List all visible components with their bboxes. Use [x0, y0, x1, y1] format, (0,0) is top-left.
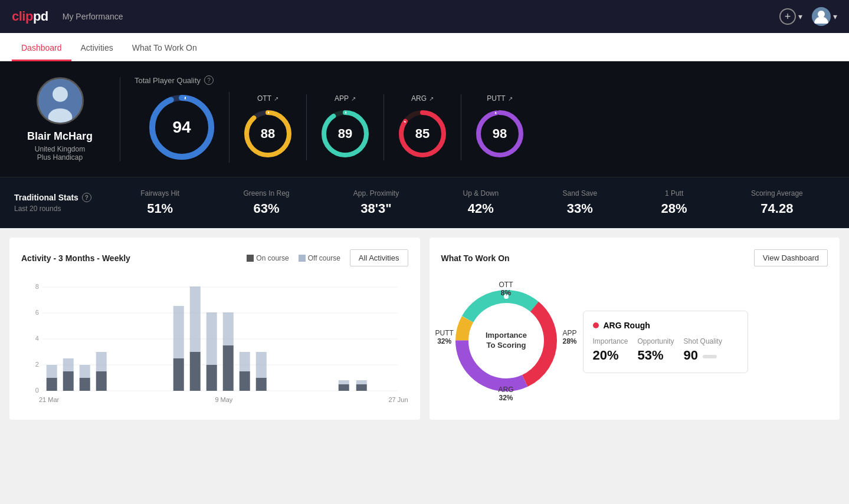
arg-donut-label: ARG 32% [498, 386, 513, 402]
svg-rect-42 [190, 286, 201, 352]
stat-scoring: Scoring Average 74.28 [751, 189, 803, 216]
stat-sandsave-value: 33% [563, 201, 598, 216]
player-handicap: Plus Handicap [37, 153, 83, 162]
work-card-title: ARG Rough [593, 321, 738, 330]
chevron-down-icon: ▾ [798, 12, 802, 21]
arg-label: ARG ↗ [411, 94, 434, 103]
svg-rect-31 [47, 378, 57, 391]
tab-what-to-work-on[interactable]: What To Work On [123, 36, 206, 61]
chart-legend: On course Off course [247, 254, 340, 262]
ott-gauge: 88 [241, 107, 294, 160]
stat-scoring-label: Scoring Average [751, 189, 803, 197]
stat-updown: Up & Down 42% [463, 189, 499, 216]
svg-text:4: 4 [35, 335, 39, 342]
app-gauge-value: 89 [338, 126, 352, 141]
ott-gauge-value: 88 [261, 126, 275, 141]
work-on-panel-header: What To Work On View Dashboard [441, 249, 828, 266]
work-on-panel: What To Work On View Dashboard [430, 238, 840, 420]
svg-rect-32 [47, 365, 57, 378]
header-title: My Performance [63, 12, 123, 21]
add-circle-icon: + [779, 8, 796, 25]
svg-rect-20 [299, 255, 306, 262]
logo[interactable]: clippd [12, 9, 48, 24]
svg-text:0: 0 [35, 387, 39, 394]
svg-rect-40 [173, 306, 184, 358]
header: clippd My Performance + ▾ ▾ [0, 0, 849, 33]
svg-rect-46 [223, 312, 234, 345]
bottom-panels: Activity - 3 Months - Weekly On course O… [0, 228, 849, 429]
chevron-down-icon: ▾ [833, 12, 837, 21]
stat-proximity-label: App. Proximity [353, 189, 399, 197]
putt-gauge-value: 98 [493, 126, 507, 141]
svg-rect-35 [80, 378, 90, 391]
work-stat-opportunity: Opportunity 53% [638, 337, 674, 363]
quality-label: Total Player Quality ? [135, 75, 821, 85]
stats-title: Traditional Stats ? [14, 193, 94, 202]
putt-arrow-icon: ↗ [508, 95, 513, 102]
on-course-icon [247, 255, 254, 262]
stat-gir-value: 63% [243, 201, 289, 216]
view-dashboard-button[interactable]: View Dashboard [754, 249, 828, 266]
svg-text:To Scoring: To Scoring [486, 341, 526, 350]
stat-fairways-label: Fairways Hit [140, 189, 179, 197]
stat-items: Fairways Hit 51% Greens In Reg 63% App. … [109, 189, 835, 216]
stat-1putt-label: 1 Putt [661, 189, 687, 197]
stat-sandsave: Sand Save 33% [563, 189, 598, 216]
putt-gauge-item: PUTT ↗ 98 [461, 94, 538, 160]
svg-point-2 [53, 86, 68, 101]
stat-fairways: Fairways Hit 51% [140, 189, 179, 216]
player-name: Blair McHarg [27, 130, 93, 143]
tab-activities[interactable]: Activities [71, 36, 123, 61]
svg-rect-48 [240, 352, 250, 371]
work-stat-shotquality-value: 90 [684, 348, 698, 363]
svg-rect-34 [63, 358, 74, 371]
svg-rect-38 [96, 352, 107, 371]
putt-label: PUTT ↗ [487, 94, 512, 103]
work-stat-importance: Importance 20% [593, 337, 628, 363]
svg-rect-37 [96, 371, 107, 391]
all-activities-button[interactable]: All Activities [350, 249, 408, 266]
stat-scoring-value: 74.28 [751, 201, 803, 216]
player-avatar [37, 77, 84, 124]
svg-rect-50 [256, 352, 267, 378]
work-stat-opportunity-value: 53% [638, 348, 674, 363]
stats-label-group: Traditional Stats ? Last 20 rounds [14, 193, 109, 213]
ott-gauge-item: OTT ↗ 88 [230, 94, 307, 160]
hero-section: Blair McHarg United Kingdom Plus Handica… [0, 61, 849, 177]
ott-label: OTT ↗ [257, 94, 278, 103]
stat-1putt: 1 Putt 28% [661, 189, 687, 216]
svg-rect-52 [339, 380, 349, 384]
activity-panel-title: Activity - 3 Months - Weekly [21, 253, 130, 263]
chart-area: 0 2 4 6 8 [21, 276, 408, 394]
player-country: United Kingdom [35, 145, 85, 153]
svg-rect-44 [206, 312, 217, 365]
stat-proximity-value: 38'3" [353, 201, 399, 216]
donut-wrapper: Importance To Scoring OTT 8% APP 28% ARG… [441, 276, 571, 408]
stat-proximity: App. Proximity 38'3" [353, 189, 399, 216]
help-icon[interactable]: ? [204, 75, 214, 85]
stats-row: Traditional Stats ? Last 20 rounds Fairw… [0, 177, 849, 228]
quality-section: Total Player Quality ? 94 OTT ↗ [120, 75, 835, 163]
svg-rect-51 [339, 384, 349, 391]
putt-donut-label: PUTT 32% [435, 329, 454, 345]
app-gauge: 89 [319, 107, 372, 160]
svg-rect-45 [223, 345, 234, 391]
svg-rect-54 [356, 380, 367, 384]
gauges-row: 94 OTT ↗ 88 [135, 92, 821, 163]
nav-tabs: Dashboard Activities What To Work On [0, 33, 849, 61]
x-label-jun: 27 Jun [388, 396, 408, 403]
stat-fairways-value: 51% [140, 201, 179, 216]
main-gauge-value: 94 [172, 118, 191, 137]
svg-text:Importance: Importance [485, 331, 526, 340]
legend-on-course: On course [247, 254, 289, 262]
work-stat-shotquality-label: Shot Quality [684, 337, 722, 345]
user-menu-button[interactable]: ▾ [812, 7, 837, 26]
app-donut-label: APP 28% [562, 329, 576, 345]
legend-off-course: Off course [299, 254, 340, 262]
tab-dashboard[interactable]: Dashboard [12, 36, 71, 61]
stats-help-icon[interactable]: ? [82, 193, 91, 202]
chart-x-labels: 21 Mar 9 May 27 Jun [21, 394, 408, 403]
work-card: ARG Rough Importance 20% Opportunity 53%… [583, 311, 748, 373]
activity-chart-svg: 0 2 4 6 8 [21, 276, 408, 394]
add-button[interactable]: + ▾ [779, 8, 802, 25]
